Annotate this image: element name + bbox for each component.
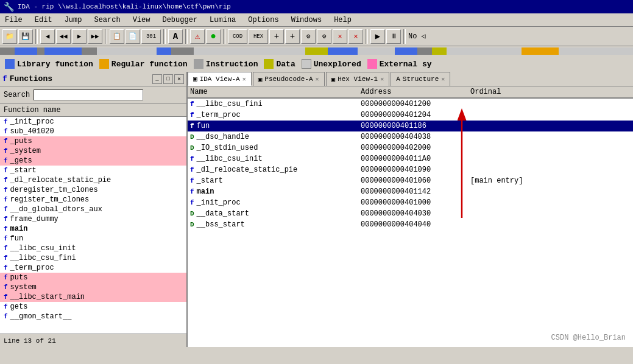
fn-list-item[interactable]: f__libc_csu_init: [0, 243, 186, 253]
fn-list-item[interactable]: fsub_401020: [0, 127, 186, 136]
toolbar-new[interactable]: 📁: [2, 29, 17, 44]
table-row-addr: 0000000000404040: [361, 220, 470, 229]
fn-list-item[interactable]: f__gmon_start__: [0, 312, 186, 321]
table-row[interactable]: f fun 000000000401186: [188, 121, 633, 131]
tab-close[interactable]: ✕: [242, 75, 246, 83]
table-row[interactable]: f _init_proc 0000000000401000: [188, 197, 633, 208]
table-row[interactable]: f __libc_csu_fini 0000000000401200: [188, 99, 633, 110]
table-row[interactable]: D __bss_start 0000000000404040: [188, 219, 633, 230]
table-row[interactable]: f main 0000000000401142: [188, 186, 633, 197]
fn-list-item[interactable]: fputs: [0, 273, 186, 282]
fn-list-item[interactable]: fregister_tm_clones: [0, 195, 186, 205]
menu-item-windows[interactable]: Windows: [289, 15, 324, 25]
title-bar: 🔧 IDA - rip \\wsl.localhost\kali-linux\h…: [0, 0, 633, 13]
fn-list-item[interactable]: fgets: [0, 302, 186, 312]
toolbar-x1[interactable]: ✕: [333, 29, 347, 44]
toolbar-301[interactable]: 301: [141, 29, 161, 44]
fn-list-item[interactable]: f__libc_csu_fini: [0, 253, 186, 263]
menu-bar: FileEditJumpSearchViewDebuggerLuminaOpti…: [0, 13, 633, 27]
fn-list-item[interactable]: f_dl_relocate_static_pie: [0, 175, 186, 185]
fn-minimize-btn[interactable]: _: [152, 74, 162, 84]
tab-pseudocode-a[interactable]: ▣ Pseudocode-A ✕: [253, 72, 325, 86]
table-row[interactable]: f _dl_relocate_static_pie 00000000004010…: [188, 164, 633, 175]
toolbar-x2[interactable]: ✕: [348, 29, 363, 44]
search-input[interactable]: [34, 89, 143, 100]
toolbar-back2[interactable]: ◀◀: [56, 29, 71, 44]
table-row-name: _start: [197, 177, 223, 185]
toolbar-back[interactable]: ◀: [40, 29, 55, 44]
tab-close[interactable]: ✕: [380, 75, 384, 83]
table-row[interactable]: f __libc_csu_init 00000000004011A0: [188, 153, 633, 164]
tab-close[interactable]: ✕: [441, 75, 445, 83]
toolbar-play[interactable]: ▶: [370, 29, 385, 44]
toolbar-font[interactable]: A: [168, 29, 183, 44]
menu-item-lumina[interactable]: Lumina: [207, 15, 238, 25]
functions-panel: f Functions _ □ ✕ Search Function name f…: [0, 72, 188, 347]
fn-name: _system: [10, 147, 41, 155]
fn-list-item[interactable]: fframe_dummy: [0, 214, 186, 224]
fn-name: _start: [10, 166, 37, 175]
menu-item-view[interactable]: View: [130, 15, 153, 25]
table-row[interactable]: f _term_proc 0000000000401204: [188, 110, 633, 121]
color-seg: [0, 47, 15, 55]
fn-list-item[interactable]: f__libc_start_main: [0, 292, 186, 302]
tab-hex-view-1[interactable]: ▣ Hex View-1 ✕: [326, 72, 390, 86]
toolbar-warn[interactable]: ⚠: [190, 29, 205, 44]
tab-close[interactable]: ✕: [316, 75, 319, 83]
toolbar-fwd2[interactable]: ▶▶: [88, 29, 102, 44]
fn-table[interactable]: Name Address Ordinal f __libc_csu_fini 0…: [188, 86, 633, 347]
fn-list-item[interactable]: f_start: [0, 166, 186, 175]
fn-name: __libc_csu_init: [10, 244, 76, 253]
legend-data: Data: [264, 59, 295, 69]
fn-list-item[interactable]: fsystem: [0, 282, 186, 292]
table-row[interactable]: D __data_start 0000000000404030: [188, 208, 633, 219]
toolbar-tools[interactable]: ⚙: [301, 29, 316, 44]
toolbar-tools2[interactable]: ⚙: [317, 29, 331, 44]
toolbar-hex[interactable]: HEX: [249, 29, 268, 44]
fn-list-item[interactable]: f_term_proc: [0, 263, 186, 273]
toolbar-copy[interactable]: 📋: [110, 29, 124, 44]
fn-close-btn[interactable]: ✕: [174, 74, 184, 84]
tab-ida-view-a[interactable]: ▣ IDA View-A ✕: [188, 72, 252, 86]
table-row-addr: 0000000000401204: [361, 111, 470, 119]
menu-item-options[interactable]: Options: [246, 15, 281, 25]
table-row-addr: 0000000000401000: [361, 198, 470, 207]
legend-library: Library function: [5, 59, 93, 69]
fn-list-item[interactable]: fderegister_tm_clones: [0, 185, 186, 195]
toolbar-run[interactable]: ●: [206, 29, 221, 44]
toolbar-plus2[interactable]: +: [285, 29, 300, 44]
menu-item-jump[interactable]: Jump: [62, 15, 85, 25]
menu-item-edit[interactable]: Edit: [32, 15, 55, 25]
table-row[interactable]: D __dso_handle 0000000000404038: [188, 131, 633, 142]
table-row-badge: f: [190, 155, 194, 163]
fn-name: puts: [10, 273, 28, 282]
fn-list-item[interactable]: f_init_proc: [0, 117, 186, 127]
table-row[interactable]: f _start 0000000000401060 [main entry]: [188, 175, 633, 186]
table-row[interactable]: D _IO_stdin_used 0000000000402000: [188, 142, 633, 153]
menu-item-search[interactable]: Search: [91, 15, 122, 25]
tab-icon: ▣: [193, 75, 197, 83]
toolbar-fwd[interactable]: ▶: [72, 29, 87, 44]
fn-list-item[interactable]: f_gets: [0, 156, 186, 166]
fn-badge: f: [4, 293, 8, 301]
toolbar-pause[interactable]: ⏸: [386, 29, 401, 44]
fn-list-item[interactable]: f__do_global_dtors_aux: [0, 205, 186, 214]
menu-item-file[interactable]: File: [2, 15, 25, 25]
menu-item-help[interactable]: Help: [331, 15, 354, 25]
toolbar-save[interactable]: 💾: [18, 29, 33, 44]
toolbar-paste[interactable]: 📄: [126, 29, 140, 44]
menu-item-debugger[interactable]: Debugger: [160, 15, 200, 25]
fn-list-item[interactable]: fmain: [0, 224, 186, 234]
fn-list-item[interactable]: f_puts: [0, 136, 186, 146]
tab-structure[interactable]: A Structure ✕: [391, 72, 450, 86]
fn-list-item[interactable]: ffun: [0, 234, 186, 243]
tab-label: Hex View-1: [338, 75, 378, 83]
legend-library-color: [5, 59, 15, 69]
fn-badge: f: [4, 196, 8, 203]
fn-restore-btn[interactable]: □: [163, 74, 173, 84]
fn-list-item[interactable]: f_system: [0, 146, 186, 156]
toolbar-plus[interactable]: +: [269, 29, 284, 44]
toolbar-code[interactable]: COD: [228, 29, 247, 44]
color-seg: [171, 47, 194, 55]
fn-list[interactable]: f_init_procfsub_401020f_putsf_systemf_ge…: [0, 117, 186, 334]
